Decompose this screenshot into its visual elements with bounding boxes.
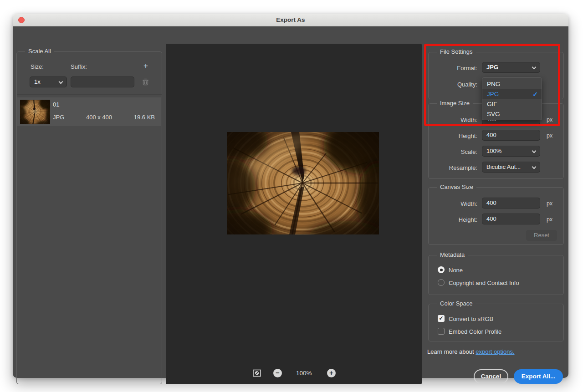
image-height-unit: px: [547, 132, 552, 139]
canvas-height-input[interactable]: 400: [482, 214, 540, 224]
embed-profile-label: Embed Color Profile: [449, 328, 501, 335]
titlebar[interactable]: Export As: [13, 14, 568, 26]
size-select-value: 1x: [34, 78, 41, 85]
metadata-copyright-radio[interactable]: [438, 279, 445, 286]
panel-divider: [17, 94, 162, 95]
file-list-item[interactable]: 01 JPG 400 x 400 19.6 KB: [17, 97, 161, 126]
convert-srgb-label: Convert to sRGB: [449, 316, 493, 322]
learn-more-text: Learn more about export options.: [427, 348, 515, 355]
zoom-out-button[interactable]: −: [273, 369, 282, 377]
metadata-group: Metadata: [428, 255, 564, 295]
metadata-legend: Metadata: [437, 251, 468, 258]
quality-label: Quality:: [428, 81, 477, 88]
canvas-width-label: Width:: [428, 200, 477, 207]
convert-srgb-checkbox[interactable]: ✓: [438, 315, 445, 322]
size-select[interactable]: 1x: [30, 76, 67, 87]
file-info: JPG 400 x 400 19.6 KB: [53, 114, 155, 121]
preview-canvas: − 100% +: [166, 44, 422, 384]
suffix-label: Suffix:: [71, 63, 87, 70]
zoom-in-button[interactable]: +: [327, 369, 336, 377]
check-icon: ✓: [532, 89, 538, 99]
canvas-height-unit: px: [547, 216, 552, 223]
chevron-down-icon: [532, 149, 537, 153]
image-size-legend: Image Size: [437, 100, 473, 107]
zoom-level[interactable]: 100%: [296, 370, 312, 377]
dialog-body: Scale All Size: Suffix: + 1x: [13, 26, 568, 378]
file-thumbnail: [20, 100, 50, 124]
scale-select-value: 100%: [486, 148, 501, 154]
file-name: 01: [53, 101, 59, 108]
export-as-dialog: Export As Scale All Size: Suffix: + 1x: [13, 14, 568, 378]
trash-icon[interactable]: [142, 78, 149, 87]
canvas-size-legend: Canvas Size: [437, 183, 476, 190]
chevron-down-icon: [532, 65, 537, 70]
chevron-down-icon: [532, 165, 537, 169]
file-settings-legend: File Settings: [437, 48, 476, 55]
format-menu-item-gif[interactable]: GIF: [482, 99, 542, 109]
scale-label: Scale:: [428, 148, 477, 155]
canvas-width-input[interactable]: 400: [482, 198, 540, 209]
color-space-legend: Color Space: [437, 300, 476, 307]
format-menu-item-svg[interactable]: SVG: [482, 109, 542, 119]
metadata-copyright-label: Copyright and Contact Info: [449, 280, 519, 286]
resample-label: Resample:: [428, 164, 477, 171]
format-label: Format:: [428, 65, 477, 71]
export-options-link[interactable]: export options.: [476, 348, 514, 355]
format-menu: PNG JPG ✓ GIF SVG: [482, 77, 542, 120]
resample-select-value: Bicubic Aut...: [486, 163, 521, 170]
scale-all-panel: Scale All Size: Suffix: + 1x: [16, 51, 162, 384]
color-space-group: Color Space: [428, 304, 564, 341]
image-width-label: Width:: [428, 117, 477, 123]
metadata-none-radio[interactable]: [438, 266, 445, 273]
format-menu-item-jpg[interactable]: JPG ✓: [482, 89, 542, 99]
size-label: Size:: [31, 63, 44, 70]
scale-select[interactable]: 100%: [482, 146, 540, 157]
chevron-down-icon: [59, 80, 63, 84]
format-select-value: JPG: [486, 64, 498, 71]
reset-button[interactable]: Reset: [526, 230, 557, 241]
image-height-input[interactable]: 400: [482, 130, 540, 141]
suffix-input[interactable]: [71, 76, 134, 87]
format-menu-item-png[interactable]: PNG: [482, 79, 542, 89]
scale-all-legend: Scale All: [25, 48, 54, 55]
resample-select[interactable]: Bicubic Aut...: [482, 162, 540, 173]
fit-view-icon[interactable]: [253, 369, 261, 379]
file-size: 19.6 KB: [134, 114, 155, 121]
metadata-none-label: None: [449, 267, 463, 274]
file-format: JPG: [53, 114, 64, 121]
zoom-controls: − 100% +: [166, 368, 422, 379]
canvas-height-label: Height:: [428, 216, 477, 223]
format-select[interactable]: JPG: [482, 62, 540, 73]
export-all-button[interactable]: Export All...: [514, 369, 563, 384]
dialog-title: Export As: [13, 14, 568, 26]
file-dimensions: 400 x 400: [86, 114, 112, 121]
cancel-button[interactable]: Cancel: [474, 369, 508, 384]
image-width-unit: px: [547, 117, 552, 123]
canvas-width-unit: px: [547, 200, 552, 207]
preview-image[interactable]: [227, 132, 379, 234]
image-height-label: Height:: [428, 132, 477, 139]
add-scale-button[interactable]: +: [143, 63, 148, 69]
embed-profile-checkbox[interactable]: [438, 328, 445, 335]
